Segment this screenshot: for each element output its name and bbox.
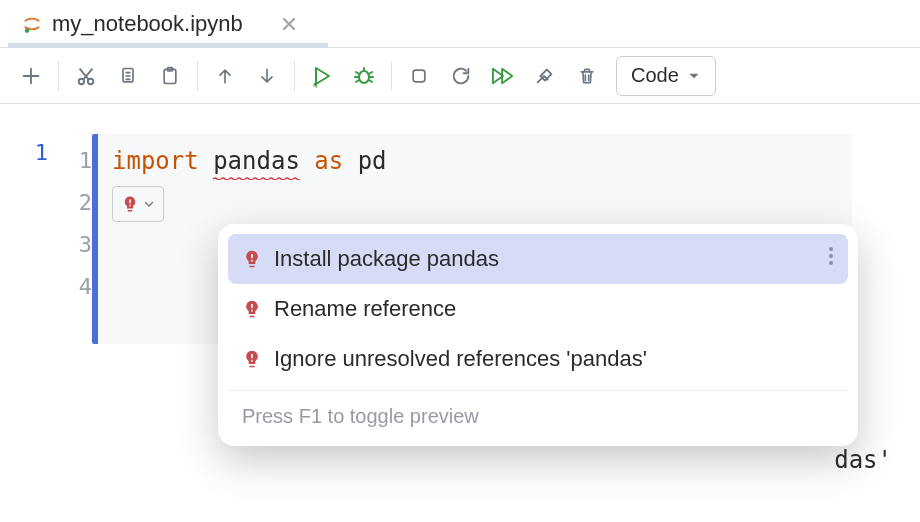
restart-button[interactable] xyxy=(440,55,482,97)
intention-label: Rename reference xyxy=(274,296,456,322)
intention-label: Install package pandas xyxy=(274,246,499,272)
svg-point-0 xyxy=(25,28,29,32)
more-options-icon[interactable] xyxy=(828,246,834,272)
close-icon[interactable] xyxy=(281,16,297,32)
chevron-down-icon xyxy=(143,198,155,210)
cell-type-label: Code xyxy=(631,64,679,87)
jupyter-icon xyxy=(22,14,42,34)
error-bulb-icon xyxy=(242,349,262,369)
svg-point-7 xyxy=(359,71,369,83)
svg-rect-19 xyxy=(251,360,253,362)
interrupt-button[interactable] xyxy=(398,55,440,97)
svg-point-13 xyxy=(829,247,833,251)
svg-rect-11 xyxy=(251,254,253,258)
code-line[interactable]: import pandas as pd xyxy=(112,140,852,182)
debug-cell-button[interactable] xyxy=(343,55,385,97)
run-all-button[interactable] xyxy=(482,55,524,97)
paste-button[interactable] xyxy=(149,55,191,97)
line-number-gutter: 1 2 3 4 xyxy=(48,134,92,344)
intention-label: Ignore unresolved references 'pandas' xyxy=(274,346,647,372)
svg-rect-18 xyxy=(251,354,253,358)
editor-area: 1 1 2 3 4 import pandas as pd xyxy=(0,104,920,344)
svg-rect-17 xyxy=(251,310,253,312)
editor-tabs: my_notebook.ipynb xyxy=(0,0,920,48)
cut-button[interactable] xyxy=(65,55,107,97)
cell-type-select[interactable]: Code xyxy=(616,56,716,96)
tab-active-indicator xyxy=(8,43,328,48)
svg-rect-12 xyxy=(251,260,253,262)
intention-footer-hint: Press F1 to toggle preview xyxy=(228,390,848,446)
intention-rename-reference[interactable]: Rename reference xyxy=(228,284,848,334)
code-cell[interactable]: import pandas as pd Install package pand… xyxy=(92,134,852,344)
error-bulb-icon xyxy=(242,299,262,319)
intention-install-package[interactable]: Install package pandas xyxy=(228,234,848,284)
svg-point-14 xyxy=(829,254,833,258)
execution-count-gutter: 1 xyxy=(0,134,48,344)
svg-rect-16 xyxy=(251,304,253,308)
intention-bulb-button[interactable] xyxy=(112,186,164,222)
intention-popup: Install package pandas Rename reference xyxy=(218,224,858,446)
error-bulb-icon xyxy=(242,249,262,269)
svg-point-15 xyxy=(829,261,833,265)
svg-rect-8 xyxy=(413,70,425,82)
notebook-toolbar: I Code xyxy=(0,48,920,104)
copy-button[interactable] xyxy=(107,55,149,97)
move-down-button[interactable] xyxy=(246,55,288,97)
error-bulb-icon xyxy=(121,195,139,213)
intention-ignore-unresolved[interactable]: Ignore unresolved references 'pandas' xyxy=(228,334,848,384)
partial-text: das' xyxy=(834,446,892,474)
file-tab[interactable]: my_notebook.ipynb xyxy=(8,0,311,47)
svg-rect-10 xyxy=(129,205,131,207)
svg-rect-9 xyxy=(129,200,131,204)
tab-filename: my_notebook.ipynb xyxy=(52,11,243,37)
run-cell-button[interactable]: I xyxy=(301,55,343,97)
unresolved-module[interactable]: pandas xyxy=(213,140,300,182)
clear-outputs-button[interactable] xyxy=(524,55,566,97)
delete-cell-button[interactable] xyxy=(566,55,608,97)
add-cell-button[interactable] xyxy=(10,55,52,97)
move-up-button[interactable] xyxy=(204,55,246,97)
chevron-down-icon xyxy=(687,69,701,83)
